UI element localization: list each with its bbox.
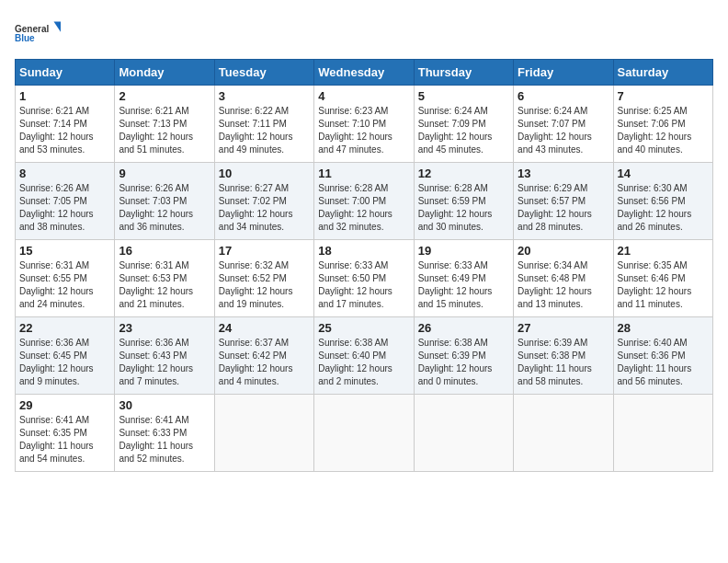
calendar-cell: 21Sunrise: 6:35 AMSunset: 6:46 PMDayligh… (613, 240, 712, 317)
day-number: 17 (219, 244, 310, 258)
day-number: 20 (518, 244, 609, 258)
day-number: 28 (618, 321, 709, 335)
header-monday: Monday (115, 60, 214, 86)
day-info: Sunrise: 6:41 AMSunset: 6:33 PMDaylight:… (119, 415, 193, 464)
day-number: 6 (518, 89, 609, 103)
day-info: Sunrise: 6:38 AMSunset: 6:39 PMDaylight:… (418, 338, 493, 386)
day-info: Sunrise: 6:31 AMSunset: 6:53 PMDaylight:… (119, 260, 193, 309)
day-info: Sunrise: 6:29 AMSunset: 6:57 PMDaylight:… (518, 183, 592, 232)
day-number: 8 (19, 167, 110, 180)
day-info: Sunrise: 6:26 AMSunset: 7:05 PMDaylight:… (19, 183, 94, 232)
day-number: 16 (119, 244, 210, 258)
day-number: 26 (418, 321, 509, 335)
day-number: 7 (618, 89, 709, 103)
day-number: 23 (119, 321, 210, 335)
day-info: Sunrise: 6:24 AMSunset: 7:09 PMDaylight:… (418, 106, 493, 155)
calendar-cell: 14Sunrise: 6:30 AMSunset: 6:56 PMDayligh… (613, 163, 712, 240)
day-number: 25 (318, 321, 409, 335)
day-number: 11 (318, 167, 409, 180)
calendar-week-4: 22Sunrise: 6:36 AMSunset: 6:45 PMDayligh… (16, 317, 713, 395)
day-info: Sunrise: 6:36 AMSunset: 6:45 PMDaylight:… (19, 338, 94, 386)
day-info: Sunrise: 6:21 AMSunset: 7:14 PMDaylight:… (19, 106, 94, 155)
svg-marker-2 (54, 22, 62, 32)
calendar-cell: 30Sunrise: 6:41 AMSunset: 6:33 PMDayligh… (115, 395, 214, 472)
day-number: 5 (418, 89, 509, 103)
calendar-cell: 16Sunrise: 6:31 AMSunset: 6:53 PMDayligh… (115, 240, 214, 317)
header-friday: Friday (514, 60, 613, 86)
day-number: 21 (618, 244, 709, 258)
calendar-week-2: 8Sunrise: 6:26 AMSunset: 7:05 PMDaylight… (16, 163, 713, 240)
calendar-cell: 28Sunrise: 6:40 AMSunset: 6:36 PMDayligh… (613, 317, 712, 395)
day-info: Sunrise: 6:31 AMSunset: 6:55 PMDaylight:… (19, 260, 94, 309)
svg-text:General: General (15, 24, 49, 34)
calendar-cell (214, 395, 313, 472)
calendar-cell: 24Sunrise: 6:37 AMSunset: 6:42 PMDayligh… (214, 317, 313, 395)
calendar-cell: 22Sunrise: 6:36 AMSunset: 6:45 PMDayligh… (16, 317, 115, 395)
calendar-header-row: SundayMondayTuesdayWednesdayThursdayFrid… (16, 60, 713, 86)
day-number: 30 (119, 398, 210, 412)
calendar-cell: 7Sunrise: 6:25 AMSunset: 7:06 PMDaylight… (613, 86, 712, 163)
day-info: Sunrise: 6:34 AMSunset: 6:48 PMDaylight:… (518, 260, 592, 309)
day-info: Sunrise: 6:30 AMSunset: 6:56 PMDaylight:… (618, 183, 692, 232)
day-info: Sunrise: 6:33 AMSunset: 6:49 PMDaylight:… (418, 260, 493, 309)
day-info: Sunrise: 6:36 AMSunset: 6:43 PMDaylight:… (119, 338, 193, 386)
calendar-table: SundayMondayTuesdayWednesdayThursdayFrid… (15, 59, 713, 472)
day-number: 3 (219, 89, 310, 103)
calendar-cell: 26Sunrise: 6:38 AMSunset: 6:39 PMDayligh… (414, 317, 513, 395)
day-info: Sunrise: 6:38 AMSunset: 6:40 PMDaylight:… (318, 338, 392, 386)
calendar-cell (414, 395, 513, 472)
day-info: Sunrise: 6:28 AMSunset: 7:00 PMDaylight:… (318, 183, 392, 232)
calendar-cell: 10Sunrise: 6:27 AMSunset: 7:02 PMDayligh… (214, 163, 313, 240)
calendar-week-5: 29Sunrise: 6:41 AMSunset: 6:35 PMDayligh… (16, 395, 713, 472)
day-number: 1 (19, 89, 110, 103)
day-info: Sunrise: 6:21 AMSunset: 7:13 PMDaylight:… (119, 106, 193, 155)
day-number: 27 (518, 321, 609, 335)
header-wednesday: Wednesday (314, 60, 414, 86)
day-info: Sunrise: 6:33 AMSunset: 6:50 PMDaylight:… (318, 260, 392, 309)
calendar-week-3: 15Sunrise: 6:31 AMSunset: 6:55 PMDayligh… (16, 240, 713, 317)
calendar-cell: 8Sunrise: 6:26 AMSunset: 7:05 PMDaylight… (16, 163, 115, 240)
day-info: Sunrise: 6:28 AMSunset: 6:59 PMDaylight:… (418, 183, 493, 232)
day-info: Sunrise: 6:27 AMSunset: 7:02 PMDaylight:… (219, 183, 293, 232)
day-number: 19 (418, 244, 509, 258)
calendar-cell: 23Sunrise: 6:36 AMSunset: 6:43 PMDayligh… (115, 317, 214, 395)
day-number: 2 (119, 89, 210, 103)
day-number: 9 (119, 167, 210, 180)
header-sunday: Sunday (16, 60, 115, 86)
calendar-cell: 11Sunrise: 6:28 AMSunset: 7:00 PMDayligh… (314, 163, 414, 240)
day-info: Sunrise: 6:37 AMSunset: 6:42 PMDaylight:… (219, 338, 293, 386)
header-saturday: Saturday (613, 60, 712, 86)
calendar-cell: 3Sunrise: 6:22 AMSunset: 7:11 PMDaylight… (214, 86, 313, 163)
calendar-cell: 6Sunrise: 6:24 AMSunset: 7:07 PMDaylight… (514, 86, 613, 163)
calendar-cell: 20Sunrise: 6:34 AMSunset: 6:48 PMDayligh… (514, 240, 613, 317)
calendar-cell: 12Sunrise: 6:28 AMSunset: 6:59 PMDayligh… (414, 163, 513, 240)
day-number: 18 (318, 244, 409, 258)
calendar-cell: 25Sunrise: 6:38 AMSunset: 6:40 PMDayligh… (314, 317, 414, 395)
day-info: Sunrise: 6:25 AMSunset: 7:06 PMDaylight:… (618, 106, 692, 155)
page-header: General Blue (15, 15, 713, 52)
day-info: Sunrise: 6:23 AMSunset: 7:10 PMDaylight:… (318, 106, 392, 155)
day-number: 24 (219, 321, 310, 335)
day-number: 13 (518, 167, 609, 180)
calendar-cell: 1Sunrise: 6:21 AMSunset: 7:14 PMDaylight… (16, 86, 115, 163)
calendar-cell: 4Sunrise: 6:23 AMSunset: 7:10 PMDaylight… (314, 86, 414, 163)
calendar-cell: 13Sunrise: 6:29 AMSunset: 6:57 PMDayligh… (514, 163, 613, 240)
calendar-week-1: 1Sunrise: 6:21 AMSunset: 7:14 PMDaylight… (16, 86, 713, 163)
header-tuesday: Tuesday (214, 60, 313, 86)
calendar-cell: 9Sunrise: 6:26 AMSunset: 7:03 PMDaylight… (115, 163, 214, 240)
day-number: 15 (19, 244, 110, 258)
calendar-cell: 5Sunrise: 6:24 AMSunset: 7:09 PMDaylight… (414, 86, 513, 163)
day-number: 10 (219, 167, 310, 180)
day-info: Sunrise: 6:35 AMSunset: 6:46 PMDaylight:… (618, 260, 692, 309)
calendar-cell (314, 395, 414, 472)
day-number: 12 (418, 167, 509, 180)
calendar-cell: 15Sunrise: 6:31 AMSunset: 6:55 PMDayligh… (16, 240, 115, 317)
day-number: 29 (19, 398, 110, 412)
calendar-cell: 18Sunrise: 6:33 AMSunset: 6:50 PMDayligh… (314, 240, 414, 317)
day-info: Sunrise: 6:39 AMSunset: 6:38 PMDaylight:… (518, 338, 592, 386)
calendar-cell (613, 395, 712, 472)
day-number: 4 (318, 89, 409, 103)
calendar-cell (514, 395, 613, 472)
day-number: 22 (19, 321, 110, 335)
calendar-cell: 27Sunrise: 6:39 AMSunset: 6:38 PMDayligh… (514, 317, 613, 395)
